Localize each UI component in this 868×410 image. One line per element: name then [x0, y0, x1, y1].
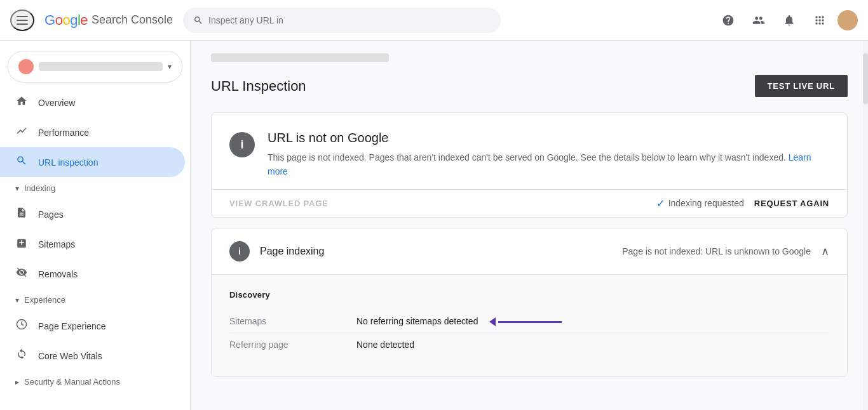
- discovery-title: Discovery: [229, 290, 829, 300]
- svg-rect-2: [17, 23, 28, 25]
- property-selector[interactable]: ▾: [8, 51, 182, 83]
- security-expand-icon: ▸: [15, 378, 19, 387]
- product-name: Search Console: [92, 13, 173, 27]
- security-section-header[interactable]: ▸ Security & Manual Actions: [0, 371, 190, 393]
- security-section-label: Security & Manual Actions: [24, 377, 120, 387]
- indexing-body: Discovery Sitemaps No referring sitemaps…: [212, 275, 847, 376]
- sitemaps-value-with-arrow: No referring sitemaps detected: [356, 316, 829, 326]
- scrollbar-thumb[interactable]: [863, 53, 868, 104]
- indexing-label: Page indexing: [260, 246, 324, 257]
- card-description: This page is not indexed. Pages that are…: [268, 150, 829, 179]
- property-dropdown-icon: ▾: [168, 62, 172, 71]
- svg-rect-1: [17, 20, 28, 21]
- sidebar-item-url-inspection[interactable]: URL inspection: [0, 147, 185, 177]
- referring-page-value: None detected: [356, 340, 829, 350]
- sidebar-item-removals[interactable]: Removals: [0, 259, 185, 289]
- request-again-button[interactable]: REQUEST AGAIN: [754, 199, 829, 208]
- card-actions: VIEW CRAWLED PAGE ✓ Indexing requested R…: [212, 189, 847, 217]
- sidebar-page-experience-label: Page Experience: [38, 321, 106, 331]
- sidebar-item-overview[interactable]: Overview: [0, 88, 185, 117]
- purple-annotation-arrow: [491, 316, 562, 326]
- sitemaps-icon: [15, 237, 28, 251]
- header-icons: [715, 8, 858, 33]
- user-avatar[interactable]: [837, 10, 858, 30]
- discovery-row-referring-page: Referring page None detected: [229, 333, 829, 356]
- main-content: URL Inspection TEST LIVE URL i URL is no…: [191, 41, 868, 410]
- url-inspection-icon: [15, 155, 28, 169]
- indexing-requested-status: ✓ Indexing requested: [656, 197, 744, 209]
- card-content: URL is not on Google This page is not in…: [268, 131, 829, 179]
- performance-icon: [15, 125, 28, 140]
- share-button[interactable]: [746, 8, 771, 33]
- breadcrumb-text: [211, 53, 389, 62]
- sidebar-item-page-experience[interactable]: Page Experience: [0, 311, 185, 341]
- indexing-requested-label: Indexing requested: [668, 198, 744, 208]
- url-search-input[interactable]: [208, 15, 491, 25]
- experience-section-header[interactable]: ▾ Experience: [0, 289, 190, 311]
- indexing-section-label: Indexing: [24, 183, 55, 193]
- core-web-vitals-icon: [15, 348, 28, 363]
- page-header: URL Inspection TEST LIVE URL: [211, 75, 848, 97]
- page-indexing-card: i Page indexing Page is not indexed: URL…: [211, 228, 848, 377]
- property-name-text: [39, 62, 163, 71]
- experience-collapse-icon: ▾: [15, 296, 19, 305]
- url-status-card: i URL is not on Google This page is not …: [211, 112, 848, 218]
- page-experience-icon: [15, 319, 28, 333]
- sidebar-pages-label: Pages: [38, 209, 64, 220]
- view-crawled-button[interactable]: VIEW CRAWLED PAGE: [229, 199, 329, 208]
- chevron-up-icon: ∧: [821, 244, 829, 258]
- help-button[interactable]: [715, 8, 741, 33]
- card-title: URL is not on Google: [268, 131, 829, 145]
- status-info-icon: i: [229, 132, 255, 157]
- home-icon: [15, 95, 28, 110]
- sidebar-core-web-vitals-label: Core Web Vitals: [38, 351, 102, 361]
- google-logo: Google: [44, 12, 88, 29]
- discovery-row-sitemaps: Sitemaps No referring sitemaps detected: [229, 310, 829, 333]
- sidebar-url-inspection-label: URL inspection: [38, 157, 98, 168]
- search-icon: [193, 15, 203, 25]
- pages-icon: [15, 207, 28, 222]
- indexing-card-header[interactable]: i Page indexing Page is not indexed: URL…: [212, 228, 847, 275]
- sitemaps-key: Sitemaps: [229, 316, 356, 326]
- logo-area: Google Search Console: [44, 12, 173, 29]
- sidebar-item-sitemaps[interactable]: Sitemaps: [0, 229, 185, 259]
- menu-button[interactable]: [10, 10, 34, 31]
- check-icon: ✓: [656, 197, 665, 209]
- right-scrollbar[interactable]: [863, 41, 868, 410]
- url-search-bar[interactable]: [183, 8, 501, 33]
- sidebar-item-core-web-vitals[interactable]: Core Web Vitals: [0, 341, 185, 371]
- svg-rect-0: [17, 16, 28, 17]
- removals-icon: [15, 267, 28, 281]
- sidebar: ▾ Overview Performance URL inspection ▾ …: [0, 41, 191, 410]
- page-title: URL Inspection: [211, 78, 306, 95]
- sidebar-item-pages[interactable]: Pages: [0, 199, 185, 229]
- sidebar-removals-label: Removals: [38, 269, 78, 279]
- test-live-url-button[interactable]: TEST LIVE URL: [755, 75, 848, 97]
- app-layout: ▾ Overview Performance URL inspection ▾ …: [0, 41, 868, 410]
- sidebar-item-performance[interactable]: Performance: [0, 117, 185, 147]
- sitemaps-value: No referring sitemaps detected: [356, 316, 829, 326]
- indexing-collapse-icon: ▾: [15, 184, 19, 193]
- sidebar-sitemaps-label: Sitemaps: [38, 239, 75, 249]
- breadcrumb: [211, 53, 848, 62]
- apps-button[interactable]: [807, 8, 832, 33]
- experience-section-label: Experience: [24, 295, 65, 305]
- indexing-status-text: Page is not indexed: URL is unknown to G…: [622, 246, 811, 256]
- sidebar-overview-label: Overview: [38, 98, 75, 108]
- indexing-section-header[interactable]: ▾ Indexing: [0, 177, 190, 199]
- referring-page-key: Referring page: [229, 340, 356, 350]
- indexing-info-icon: i: [229, 241, 250, 261]
- arrow-line: [498, 321, 562, 323]
- notifications-button[interactable]: [776, 8, 802, 33]
- app-header: Google Search Console: [0, 0, 868, 41]
- card-main: i URL is not on Google This page is not …: [212, 113, 847, 189]
- arrow-head: [489, 317, 496, 326]
- property-icon: [18, 59, 34, 74]
- sidebar-performance-label: Performance: [38, 128, 89, 138]
- discovery-section: Discovery Sitemaps No referring sitemaps…: [229, 290, 829, 356]
